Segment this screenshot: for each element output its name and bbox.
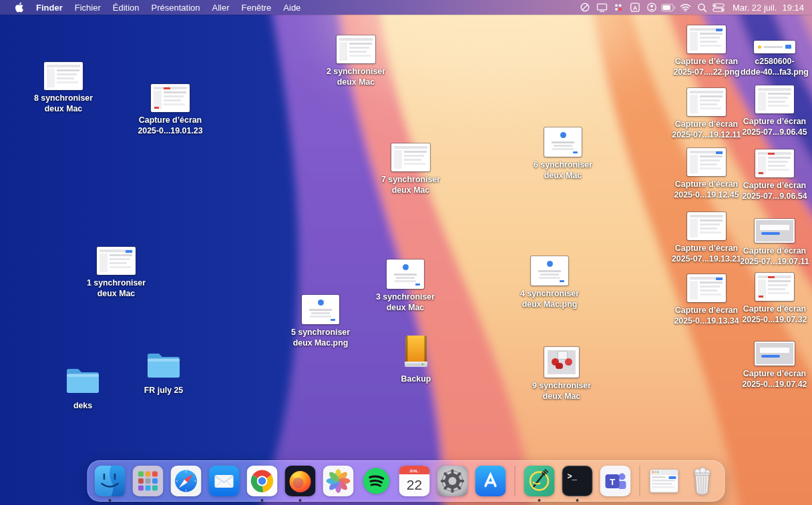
dock-firefox-icon[interactable]: [285, 466, 316, 496]
file-label: Capture d’écran2025-07...19.07.11: [740, 246, 809, 267]
file-label-line: deux Mac: [381, 185, 440, 196]
file-thumbnail: [151, 84, 190, 112]
desktop-icon-deks[interactable]: deks: [43, 362, 123, 412]
file-label-line: Capture d’écran: [672, 119, 741, 130]
desktop-icon-fr-july-25[interactable]: FR july 25: [124, 346, 204, 396]
wifi-icon[interactable]: [677, 0, 694, 15]
file-label-line: deux Mac: [376, 303, 435, 314]
file-thumbnail-box: [151, 81, 190, 112]
battery-icon[interactable]: [660, 0, 677, 15]
dock-calendar-icon[interactable]: JUIL.22: [399, 466, 430, 496]
file-label: 8 synchroniserdeux Mac: [34, 93, 93, 114]
desktop-icon-6-sync[interactable]: 6 synchroniserdeux Mac: [523, 126, 603, 181]
desktop-icon-capture-19-07-11[interactable]: Capture d’écran2025-07...19.07.11: [735, 212, 812, 267]
file-label: 4 synchroniserdeux Mac.png: [520, 289, 579, 310]
svg-text:A: A: [633, 5, 637, 11]
dock-launchpad-icon[interactable]: [133, 466, 164, 496]
display-mirroring-icon[interactable]: [594, 0, 610, 15]
file-label: Capture d’écran2025-0...19.07.42: [742, 369, 807, 390]
file-label-line: 3 synchroniser: [376, 292, 435, 303]
menu-item-fentre[interactable]: Fenêtre: [236, 3, 278, 13]
file-label-line: Capture d’écran: [674, 306, 739, 316]
menu-item-fichier[interactable]: Fichier: [69, 3, 107, 13]
dock-spotify-icon[interactable]: [361, 466, 392, 496]
user-account-icon[interactable]: [644, 0, 660, 15]
desktop-icon-9-sync[interactable]: 9 synchroniserdeux Mac: [522, 347, 602, 402]
desktop-icon-7-sync[interactable]: 7 synchroniserdeux Mac: [371, 141, 451, 195]
dock-chrome-icon[interactable]: [247, 466, 278, 496]
desktop-icon-8-sync[interactable]: 8 synchroniserdeux Mac: [23, 59, 104, 114]
desktop-icon-capture-19-01-23[interactable]: Capture d’écran2025-0...19.01.23: [130, 81, 210, 136]
file-label-line: 9 synchroniser: [532, 381, 591, 392]
menu-item-aide[interactable]: Aide: [277, 3, 307, 13]
menu-item-prsentation[interactable]: Présentation: [146, 3, 206, 13]
dock-recipes-app-icon[interactable]: [524, 466, 555, 496]
file-label-line: 2025-07...9.06.45: [742, 127, 807, 138]
file-thumbnail-box: [755, 147, 794, 177]
menu-bar-date[interactable]: Mar. 22 juil.: [733, 3, 777, 13]
desktop-icon-c2580600[interactable]: c2580600-ddde-40...fa3.png: [735, 23, 812, 77]
file-thumbnail-box: [687, 209, 726, 240]
running-indicator: [576, 499, 579, 502]
file-label: 1 synchroniserdeux Mac: [87, 278, 146, 299]
dock-teams-icon[interactable]: T: [600, 466, 631, 496]
dock-terminal-icon[interactable]: >_: [562, 466, 593, 496]
file-thumbnail-box: [755, 83, 794, 113]
file-label: 7 synchroniserdeux Mac: [381, 175, 440, 195]
desktop-icon-backup[interactable]: Backup: [376, 335, 456, 385]
svg-text:22: 22: [407, 477, 422, 492]
dots-app-icon[interactable]: [610, 0, 627, 15]
file-label: Backup: [401, 374, 431, 385]
file-label: Capture d’écran2025-0...19.13.34: [674, 306, 739, 326]
file-thumbnail-box: [754, 23, 795, 53]
file-label: 9 synchroniserdeux Mac: [532, 381, 591, 402]
desktop-icon-5-sync[interactable]: 5 synchroniserdeux Mac.png: [280, 294, 361, 348]
file-thumbnail: [755, 85, 794, 113]
dock-mail-icon[interactable]: [209, 466, 240, 496]
dock-finder-icon[interactable]: [95, 466, 126, 496]
desktop-icon-capture-19-07-42[interactable]: Capture d’écran2025-0...19.07.42: [735, 335, 812, 390]
file-thumbnail: [687, 88, 726, 116]
running-indicator: [538, 499, 541, 502]
dock-photos-icon[interactable]: [323, 466, 354, 496]
desktop-icon-capture-19-07-32[interactable]: Capture d’écran2025-0...19.07.32: [735, 270, 812, 325]
dock-system-settings-icon[interactable]: [437, 466, 468, 496]
file-label-line: Backup: [401, 374, 431, 385]
compass-icon[interactable]: [577, 0, 594, 15]
control-center-icon[interactable]: [710, 0, 727, 15]
file-thumbnail: [65, 366, 101, 398]
menu-item-finder[interactable]: Finder: [30, 3, 69, 13]
trash-artwork: [687, 466, 718, 496]
spotlight-search-icon[interactable]: [694, 0, 710, 15]
desktop-icon-2-sync[interactable]: 2 synchroniserdeux Mac: [316, 33, 396, 87]
file-label-line: 2025-07...19.07.11: [740, 257, 809, 268]
file-label-line: FR july 25: [144, 386, 184, 396]
file-label-line: 2025-0...19.07.32: [742, 315, 807, 326]
dock-trash-icon[interactable]: [687, 466, 718, 496]
menu-item-aller[interactable]: Aller: [206, 3, 236, 13]
input-source-icon[interactable]: A: [627, 0, 644, 15]
menu-bar-clock[interactable]: 19:14: [782, 3, 804, 13]
desktop-icon-1-sync[interactable]: 1 synchroniserdeux Mac: [76, 244, 156, 299]
dock-app-store-icon[interactable]: [475, 466, 506, 496]
file-thumbnail-box: [337, 33, 375, 63]
teams-artwork: T: [600, 466, 631, 496]
dock-minimized-window-icon[interactable]: [649, 466, 680, 496]
desktop-icon-capture-9-06-45[interactable]: Capture d’écran2025-07...9.06.45: [735, 83, 812, 137]
apple-menu-icon[interactable]: [8, 2, 30, 13]
file-thumbnail: [531, 256, 568, 286]
desktop-icon-3-sync[interactable]: 3 synchroniserdeux Mac: [365, 258, 445, 313]
file-thumbnail-box: [302, 294, 339, 324]
firefox-artwork: [285, 466, 316, 496]
running-indicator: [261, 499, 264, 502]
file-thumbnail: [544, 347, 579, 378]
dock-safari-icon[interactable]: [171, 466, 202, 496]
desktop-area[interactable]: 8 synchroniserdeux MacCapture d’écran202…: [0, 15, 812, 505]
desktop-icon-4-sync[interactable]: 4 synchroniserdeux Mac.png: [510, 255, 590, 310]
file-thumbnail-box: [387, 258, 424, 289]
file-label-line: 2025-0...19.07.42: [742, 380, 807, 390]
file-thumbnail: [391, 143, 430, 171]
file-label-line: deks: [73, 401, 92, 412]
menu-item-dition[interactable]: Édition: [107, 3, 146, 13]
desktop-icon-capture-9-06-54[interactable]: Capture d’écran2025-07...9.06.54: [735, 147, 812, 201]
